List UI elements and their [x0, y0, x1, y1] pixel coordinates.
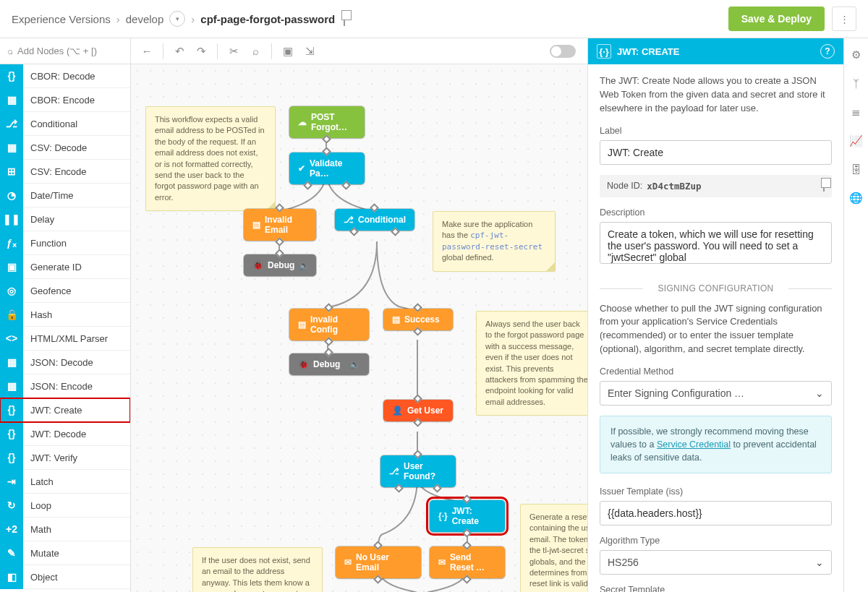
node-validate-payload[interactable]: ✔Validate Pa… — [289, 153, 365, 184]
node-debug[interactable]: 🐞Debug🔈 — [289, 353, 369, 375]
more-menu-button[interactable]: ⋮ — [832, 7, 856, 31]
palette-item[interactable]: ✎Mutate — [0, 541, 130, 565]
palette-item-icon: {} — [0, 398, 23, 422]
node-send-reset[interactable]: ✉Send Reset … — [430, 546, 505, 578]
palette-item-icon: {} — [0, 64, 23, 88]
redo-button[interactable]: ↷ — [191, 41, 211, 61]
breadcrumb-sep: › — [191, 13, 195, 25]
palette-item[interactable]: ƒₓFunction — [0, 231, 130, 255]
palette-item-label: JSON: Encode — [23, 381, 93, 392]
issuer-input[interactable] — [600, 501, 832, 525]
branch-icon: ⎇ — [389, 466, 399, 476]
palette-item-icon: ◎ — [0, 279, 23, 303]
palette-item[interactable]: ❚❚Delay — [0, 207, 130, 231]
palette-item[interactable]: ▦CBOR: Encode — [0, 88, 130, 112]
palette-item[interactable]: {}CBOR: Decode — [0, 64, 130, 88]
palette-item-label: Date/Time — [23, 190, 73, 201]
note: This workflow expects a valid email addr… — [145, 106, 276, 211]
inspector-body[interactable]: The JWT: Create Node allows you to creat… — [588, 64, 843, 592]
topbar: Experience Versions › develop ▾ › cpf-pa… — [0, 0, 868, 38]
copy-name-icon[interactable] — [344, 13, 345, 25]
node-success[interactable]: ▤Success — [383, 309, 453, 330]
copy-nodeid-icon[interactable] — [823, 181, 825, 191]
branch-dropdown-icon[interactable]: ▾ — [169, 11, 185, 27]
inspector-title: JWT: CREATE — [617, 46, 679, 57]
palette-item-icon: 🔒 — [0, 303, 23, 327]
palette-item[interactable]: ◔Date/Time — [0, 184, 130, 207]
node-jwt-create[interactable]: {·}JWT: Create — [430, 500, 505, 532]
palette-item[interactable]: ⊞CSV: Encode — [0, 160, 130, 184]
palette-item[interactable]: ▦JSON: Encode — [0, 374, 130, 398]
breadcrumb-root[interactable]: Experience Versions — [12, 13, 111, 25]
label-input[interactable] — [600, 140, 832, 165]
palette-item[interactable]: ⇥Latch — [0, 470, 130, 494]
help-icon[interactable]: ? — [820, 44, 835, 59]
palette-item-label: Math — [23, 524, 51, 535]
zoom-button[interactable]: ⌕ — [245, 41, 265, 61]
node-invalid-config[interactable]: ▤Invalid Config — [289, 309, 369, 340]
palette-item[interactable]: ↻Loop — [0, 494, 130, 518]
add-button[interactable]: ▣ — [278, 41, 298, 61]
palette-item[interactable]: ▦JSON: Decode — [0, 351, 130, 374]
palette-item[interactable]: +2Math — [0, 518, 130, 541]
node-debug[interactable]: 🐞Debug🔈 — [244, 254, 316, 276]
issuer-label: Issuer Template (iss) — [600, 486, 832, 497]
palette-list[interactable]: {}CBOR: Decode▦CBOR: Encode⎇Conditional▦… — [0, 64, 130, 592]
palette-item-icon: {} — [0, 422, 23, 446]
palette-item[interactable]: ▣Generate ID — [0, 255, 130, 279]
palette-item-icon: +2 — [0, 518, 23, 541]
nodeid-row: Node ID: xD4ctmBZup — [600, 175, 832, 197]
undo-button[interactable]: ↶ — [169, 41, 190, 61]
mail-icon: ✉ — [438, 557, 446, 567]
palette-item-icon: ↻ — [0, 494, 23, 518]
service-credential-link[interactable]: Service Credential — [657, 439, 731, 450]
palette-item[interactable]: ⎇Conditional — [0, 112, 130, 136]
workflow-canvas[interactable]: This workflow expects a valid email addr… — [131, 64, 587, 592]
node-get-user[interactable]: 👤Get User — [383, 400, 453, 421]
branch-icon[interactable]: ᛉ — [853, 77, 859, 90]
node-no-user-email[interactable]: ✉No User Email — [336, 546, 421, 578]
database-icon[interactable]: ≣ — [851, 106, 861, 119]
user-icon: 👤 — [392, 406, 403, 416]
globe-icon[interactable]: 🌐 — [849, 192, 863, 205]
palette-item[interactable]: ▦CSV: Decode — [0, 136, 130, 160]
palette-item-icon: ▣ — [0, 255, 23, 279]
palette-item[interactable]: 🔒Hash — [0, 303, 130, 327]
cred-method-select[interactable]: Enter Signing Configuration … ⌄ — [600, 381, 832, 406]
node-post-forgot[interactable]: ☁POST Forgot… — [289, 106, 365, 138]
palette-item[interactable]: {}JWT: Create — [0, 398, 130, 422]
palette-item-label: Latch — [23, 476, 54, 487]
cred-method-label: Credential Method — [600, 366, 832, 377]
palette-item-label: CBOR: Decode — [23, 71, 95, 82]
canvas-toolbar: ← ↶ ↷ ✂ ⌕ ▣ ⇲ — [131, 38, 587, 64]
palette-item[interactable]: <>HTML/XML Parser — [0, 327, 130, 351]
breadcrumb-branch[interactable]: develop — [126, 13, 164, 25]
note: Generate a reset token containing the us… — [520, 504, 587, 592]
palette-item[interactable]: ◎Geofence — [0, 279, 130, 303]
drawer-icon[interactable]: 🗄 — [851, 163, 861, 176]
chart-icon[interactable]: 📈 — [849, 134, 863, 147]
cut-button[interactable]: ✂ — [224, 41, 244, 61]
nodeid-value: xD4ctmBZup — [647, 181, 701, 192]
node-conditional[interactable]: ⎇Conditional — [335, 209, 414, 231]
secret-label: Secret Template — [600, 585, 832, 592]
gear-icon[interactable]: ⚙ — [851, 48, 861, 61]
description-input[interactable] — [600, 222, 832, 264]
palette-item[interactable]: {}JWT: Verify — [0, 446, 130, 470]
page-icon: ▤ — [298, 319, 306, 330]
debug-toggle[interactable] — [550, 45, 576, 58]
palette-search[interactable]: ⌕ Add Nodes (⌥ + [) — [0, 38, 130, 64]
palette-item[interactable]: ◧Object — [0, 565, 130, 589]
canvas-area: ← ↶ ↷ ✂ ⌕ ▣ ⇲ — [131, 38, 587, 592]
save-deploy-button[interactable]: Save & Deploy — [728, 7, 825, 31]
description-label: Description — [600, 207, 832, 218]
node-invalid-email[interactable]: ▤Invalid Email — [244, 209, 316, 241]
info-box: If possible, we strongly recommend movin… — [600, 416, 832, 473]
back-button[interactable]: ← — [137, 41, 157, 61]
palette-item-icon: ▦ — [0, 136, 23, 160]
layout-button[interactable]: ⇲ — [299, 41, 320, 61]
node-user-found[interactable]: ⎇User Found? — [380, 455, 456, 487]
palette-item[interactable]: {}JWT: Decode — [0, 422, 130, 446]
algo-select[interactable]: HS256 ⌄ — [600, 550, 832, 575]
right-rail: ⚙ ᛉ ≣ 📈 🗄 🌐 — [843, 38, 868, 592]
